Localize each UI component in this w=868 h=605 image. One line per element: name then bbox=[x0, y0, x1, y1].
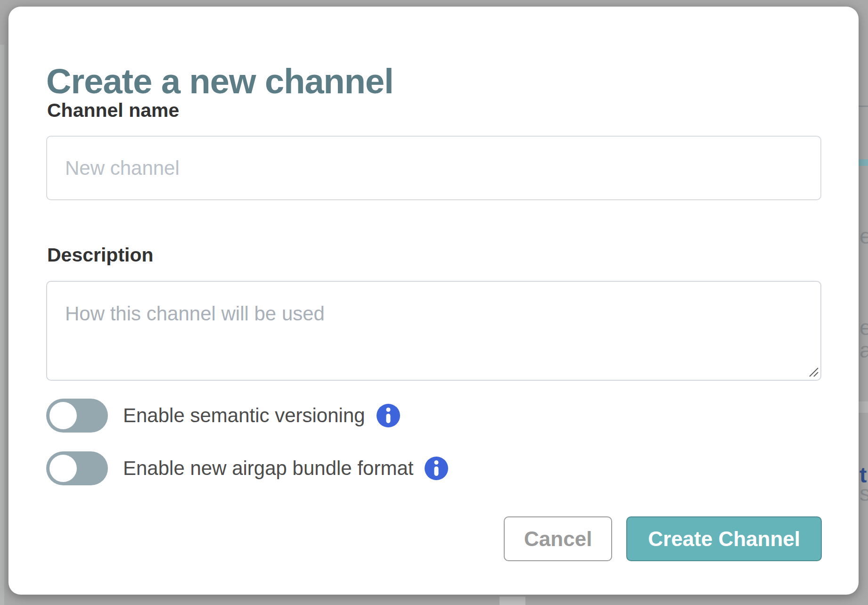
semantic-versioning-toggle[interactable] bbox=[46, 399, 108, 433]
background-text-fragment: s bbox=[860, 482, 868, 504]
channel-name-input[interactable] bbox=[46, 136, 821, 200]
modal-title: Create a new channel bbox=[46, 63, 393, 100]
background-page-strip: e e a t s bbox=[859, 0, 868, 605]
background-text-fragment: e bbox=[860, 225, 868, 247]
cancel-button[interactable]: Cancel bbox=[504, 516, 612, 561]
info-icon[interactable] bbox=[377, 404, 400, 427]
info-icon-stem bbox=[386, 414, 390, 423]
info-icon-dot bbox=[386, 408, 390, 412]
background-text-fragment: e bbox=[860, 317, 868, 338]
description-label: Description bbox=[47, 245, 154, 265]
background-teal-fragment bbox=[859, 159, 868, 166]
channel-name-label: Channel name bbox=[47, 101, 179, 120]
background-page-edge bbox=[0, 45, 4, 605]
info-icon-dot bbox=[434, 460, 439, 465]
create-channel-modal: Create a new channel Channel name Descri… bbox=[8, 7, 859, 595]
airgap-bundle-row: Enable new airgap bundle format bbox=[46, 451, 448, 485]
semantic-versioning-row: Enable semantic versioning bbox=[46, 399, 400, 433]
background-text-fragment: a bbox=[860, 339, 868, 361]
semantic-versioning-label: Enable semantic versioning bbox=[123, 406, 365, 425]
toggle-knob bbox=[49, 402, 77, 429]
resize-handle-icon[interactable] bbox=[808, 366, 819, 377]
airgap-bundle-toggle[interactable] bbox=[46, 451, 108, 485]
info-icon[interactable] bbox=[425, 457, 448, 480]
background-band-fragment bbox=[859, 401, 868, 413]
toggle-knob bbox=[49, 455, 77, 482]
description-field bbox=[46, 281, 821, 381]
create-channel-button[interactable]: Create Channel bbox=[626, 516, 822, 561]
info-icon-stem bbox=[434, 466, 439, 476]
background-scrollbar-fragment bbox=[500, 597, 525, 605]
background-divider-fragment bbox=[859, 106, 868, 107]
airgap-bundle-label: Enable new airgap bundle format bbox=[123, 458, 413, 478]
modal-footer: Cancel Create Channel bbox=[504, 516, 822, 561]
description-textarea[interactable] bbox=[46, 281, 821, 381]
page: { "modal": { "title": "Create a new chan… bbox=[0, 0, 868, 605]
